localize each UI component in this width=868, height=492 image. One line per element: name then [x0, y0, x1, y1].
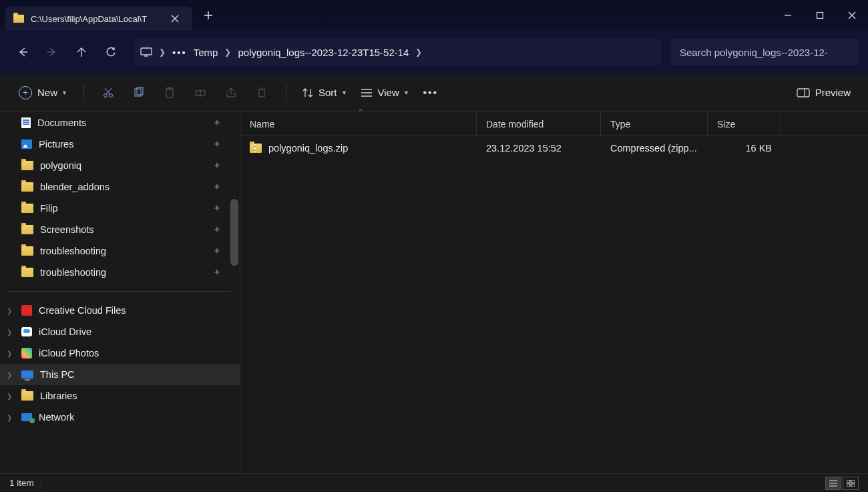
- column-size[interactable]: Size: [708, 112, 781, 136]
- forward-button[interactable]: [39, 39, 65, 65]
- close-icon: [848, 11, 856, 19]
- pin-icon[interactable]: [213, 119, 221, 127]
- close-icon: [171, 15, 179, 23]
- sidebar-item-filip[interactable]: Filip: [0, 198, 240, 219]
- column-date[interactable]: Date modified: [477, 112, 601, 136]
- delete-button[interactable]: [248, 79, 275, 106]
- new-label: New: [37, 87, 57, 98]
- breadcrumb-overflow[interactable]: •••: [172, 47, 187, 58]
- pic-icon: [21, 140, 32, 149]
- pin-icon[interactable]: [213, 183, 221, 191]
- back-button[interactable]: [9, 39, 36, 65]
- title-bar: C:\Users\filip\AppData\Local\T: [0, 0, 868, 31]
- chevron-right-icon[interactable]: ❯: [7, 371, 12, 379]
- sort-button[interactable]: Sort ▾: [297, 83, 351, 102]
- chevron-right-icon[interactable]: ❯: [159, 47, 166, 57]
- chevron-right-icon[interactable]: ❯: [7, 307, 12, 314]
- grid-icon: [847, 480, 855, 487]
- sidebar-item-blender_addons[interactable]: blender_addons: [0, 176, 240, 198]
- sidebar-item-troubleshooting[interactable]: troubleshooting: [0, 240, 240, 262]
- paste-button[interactable]: [156, 79, 183, 106]
- chevron-up-icon[interactable]: ⌃: [358, 108, 363, 115]
- new-button[interactable]: + New ▾: [12, 82, 73, 103]
- maximize-icon: [816, 11, 824, 19]
- pin-icon[interactable]: [213, 204, 221, 212]
- thumbnails-view-button[interactable]: [843, 477, 859, 490]
- view-button[interactable]: View ▾: [355, 83, 413, 102]
- monitor-icon: [140, 47, 152, 57]
- chevron-right-icon[interactable]: ❯: [7, 393, 12, 400]
- folder-icon: [13, 15, 24, 23]
- sidebar-item-pictures[interactable]: Pictures: [0, 134, 240, 155]
- refresh-button[interactable]: [97, 39, 124, 65]
- sidebar-item-this-pc[interactable]: ❯This PC: [0, 364, 240, 385]
- preview-label: Preview: [815, 87, 851, 98]
- pin-icon[interactable]: [213, 247, 221, 255]
- cut-button[interactable]: [95, 79, 122, 106]
- file-row[interactable]: polygoniq_logs.zip 23.12.2023 15:52 Comp…: [240, 136, 868, 160]
- folder-icon: [21, 204, 33, 213]
- pin-icon[interactable]: [213, 162, 221, 170]
- chevron-right-icon[interactable]: ❯: [7, 328, 12, 336]
- share-button[interactable]: [218, 79, 244, 106]
- new-tab-button[interactable]: [198, 5, 219, 26]
- cc-icon: [21, 305, 32, 316]
- search-placeholder: Search polygoniq_logs--2023-12-: [680, 47, 828, 58]
- sidebar-item-troubleshooting[interactable]: troubleshooting: [0, 262, 240, 283]
- copy-button[interactable]: [126, 79, 152, 106]
- copy-icon: [133, 87, 145, 99]
- chevron-right-icon[interactable]: ❯: [415, 47, 422, 57]
- sidebar-item-icloud-drive[interactable]: ❯iCloud Drive: [0, 321, 240, 342]
- column-headers: Name Date modified Type Size: [240, 112, 868, 136]
- sidebar-item-label: troubleshooting: [40, 246, 106, 256]
- minimize-button[interactable]: [772, 0, 804, 31]
- sidebar-item-icloud-photos[interactable]: ❯iCloud Photos: [0, 342, 240, 364]
- search-input[interactable]: Search polygoniq_logs--2023-12-: [670, 39, 859, 65]
- sidebar-item-label: Pictures: [39, 139, 73, 150]
- sidebar-item-network[interactable]: ❯Network: [0, 407, 240, 428]
- pin-icon[interactable]: [213, 268, 221, 276]
- svg-rect-6: [166, 89, 173, 97]
- body-split: DocumentsPicturespolygoniqblender_addons…: [0, 112, 868, 473]
- sidebar-item-label: Documents: [37, 117, 86, 128]
- preview-button[interactable]: Preview: [791, 83, 856, 102]
- tab-close-button[interactable]: [166, 9, 184, 28]
- window-tab[interactable]: C:\Users\filip\AppData\Local\T: [5, 7, 192, 31]
- rename-button[interactable]: [187, 79, 214, 106]
- sort-label: Sort: [318, 87, 337, 98]
- sidebar-item-polygoniq[interactable]: polygoniq: [0, 155, 240, 176]
- sidebar-scrollbar[interactable]: [230, 199, 238, 266]
- separator: [286, 84, 286, 101]
- tab-title: C:\Users\filip\AppData\Local\T: [31, 14, 159, 24]
- chevron-right-icon[interactable]: ❯: [7, 350, 12, 357]
- svg-rect-0: [817, 13, 823, 19]
- view-icon: [361, 88, 373, 97]
- sidebar-item-creative-cloud-files[interactable]: ❯Creative Cloud Files: [0, 300, 240, 321]
- column-name[interactable]: Name: [240, 112, 477, 136]
- chevron-down-icon: ▾: [405, 89, 408, 96]
- pin-icon[interactable]: [213, 226, 221, 234]
- sidebar-item-label: blender_addons: [40, 182, 110, 192]
- sidebar-item-label: This PC: [40, 369, 75, 380]
- address-bar[interactable]: ❯ ••• Temp ❯ polygoniq_logs--2023-12-23T…: [134, 39, 661, 65]
- sidebar-item-screenshots[interactable]: Screenshots: [0, 219, 240, 240]
- refresh-icon: [105, 46, 117, 58]
- plus-icon: [204, 11, 213, 20]
- sidebar-item-libraries[interactable]: ❯Libraries: [0, 385, 240, 407]
- chevron-down-icon: ▾: [63, 89, 66, 96]
- more-button[interactable]: •••: [417, 79, 444, 106]
- details-view-button[interactable]: [825, 477, 841, 490]
- sidebar-item-documents[interactable]: Documents: [0, 112, 240, 134]
- maximize-button[interactable]: [804, 0, 836, 31]
- column-type[interactable]: Type: [601, 112, 708, 136]
- arrow-up-icon: [75, 46, 87, 58]
- close-window-button[interactable]: [836, 0, 868, 31]
- breadcrumb-segment[interactable]: polygoniq_logs--2023-12-23T15-52-14: [238, 47, 409, 58]
- pin-icon[interactable]: [213, 140, 221, 148]
- view-label: View: [378, 87, 399, 98]
- chevron-right-icon[interactable]: ❯: [7, 414, 12, 421]
- chevron-right-icon[interactable]: ❯: [224, 47, 231, 57]
- up-button[interactable]: [68, 39, 95, 65]
- breadcrumb-segment[interactable]: Temp: [194, 47, 218, 58]
- folder-icon: [21, 225, 33, 234]
